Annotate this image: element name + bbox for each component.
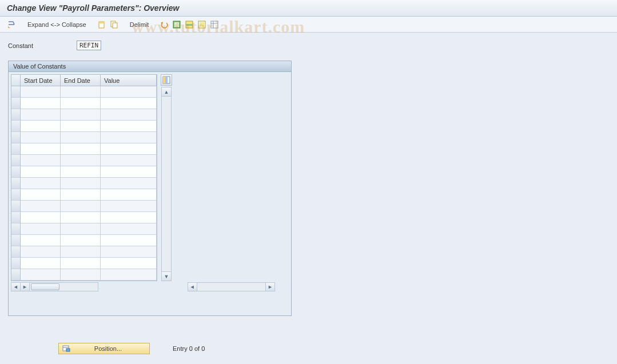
row-selector[interactable]: [11, 121, 21, 132]
cell-start-date[interactable]: [21, 178, 61, 189]
scroll-thumb[interactable]: [31, 283, 59, 290]
cell-start-date[interactable]: [21, 155, 61, 166]
table-row[interactable]: [11, 269, 157, 281]
cell-end-date[interactable]: [61, 143, 101, 155]
row-selector[interactable]: [11, 98, 21, 109]
table-row[interactable]: [11, 143, 157, 155]
cell-start-date[interactable]: [21, 201, 61, 212]
row-selector[interactable]: [11, 109, 21, 121]
cell-end-date[interactable]: [61, 132, 101, 143]
row-selector[interactable]: [11, 143, 21, 155]
cell-start-date[interactable]: [21, 98, 61, 109]
row-selector[interactable]: [11, 155, 21, 166]
row-selector[interactable]: [11, 132, 21, 143]
col-header-start-date[interactable]: Start Date: [21, 75, 61, 86]
scroll-left-icon[interactable]: ◄: [11, 283, 21, 291]
cell-value[interactable]: [101, 109, 157, 121]
cell-value[interactable]: [101, 235, 157, 246]
cell-start-date[interactable]: [21, 223, 61, 235]
table-row[interactable]: [11, 98, 157, 109]
cell-start-date[interactable]: [21, 132, 61, 143]
cell-end-date[interactable]: [61, 109, 101, 121]
cell-end-date[interactable]: [61, 166, 101, 178]
table-row[interactable]: [11, 86, 157, 98]
cell-value[interactable]: [101, 155, 157, 166]
table-row[interactable]: [11, 109, 157, 121]
scroll-right-inner-icon[interactable]: ►: [21, 283, 30, 291]
row-selector[interactable]: [11, 201, 21, 212]
table-row[interactable]: [11, 235, 157, 246]
copy-icon[interactable]: [109, 19, 120, 30]
cell-start-date[interactable]: [21, 121, 61, 132]
row-selector[interactable]: [11, 235, 21, 246]
scroll-right-icon[interactable]: ►: [265, 283, 274, 291]
row-selector[interactable]: [11, 269, 21, 281]
cell-value[interactable]: [101, 258, 157, 269]
cell-end-date[interactable]: [61, 98, 101, 109]
cell-end-date[interactable]: [61, 121, 101, 132]
table-row[interactable]: [11, 223, 157, 235]
cell-start-date[interactable]: [21, 143, 61, 155]
table-row[interactable]: [11, 132, 157, 143]
cell-end-date[interactable]: [61, 258, 101, 269]
cell-value[interactable]: [101, 86, 157, 98]
cell-value[interactable]: [101, 223, 157, 235]
cell-value[interactable]: [101, 246, 157, 258]
position-button[interactable]: Position...: [58, 343, 150, 354]
cell-end-date[interactable]: [61, 223, 101, 235]
cell-start-date[interactable]: [21, 86, 61, 98]
table-row[interactable]: [11, 155, 157, 166]
row-selector[interactable]: [11, 178, 21, 189]
delimit-button[interactable]: Delimit: [128, 19, 152, 30]
table-row[interactable]: [11, 189, 157, 201]
cell-value[interactable]: [101, 132, 157, 143]
cell-start-date[interactable]: [21, 258, 61, 269]
cell-value[interactable]: [101, 178, 157, 189]
row-selector[interactable]: [11, 166, 21, 178]
table-row[interactable]: [11, 166, 157, 178]
cell-value[interactable]: [101, 201, 157, 212]
cell-value[interactable]: [101, 166, 157, 178]
table-row[interactable]: [11, 246, 157, 258]
cell-start-date[interactable]: [21, 189, 61, 201]
select-block-icon[interactable]: [184, 19, 194, 30]
cell-end-date[interactable]: [61, 269, 101, 281]
other-view-icon[interactable]: [6, 19, 17, 30]
cell-value[interactable]: [101, 212, 157, 223]
cell-end-date[interactable]: [61, 201, 101, 212]
cell-start-date[interactable]: [21, 246, 61, 258]
table-row[interactable]: [11, 258, 157, 269]
scroll-up-icon[interactable]: ▲: [162, 87, 171, 97]
cell-value[interactable]: [101, 189, 157, 201]
cell-end-date[interactable]: [61, 86, 101, 98]
cell-value[interactable]: [101, 98, 157, 109]
row-selector[interactable]: [11, 246, 21, 258]
configure-columns-icon[interactable]: [161, 74, 172, 86]
cell-end-date[interactable]: [61, 212, 101, 223]
row-selector[interactable]: [11, 189, 21, 201]
cell-value[interactable]: [101, 143, 157, 155]
cell-end-date[interactable]: [61, 246, 101, 258]
row-selector[interactable]: [11, 258, 21, 269]
scroll-left-icon-2[interactable]: ◄: [188, 283, 197, 291]
table-row[interactable]: [11, 212, 157, 223]
table-row[interactable]: [11, 121, 157, 132]
scroll-down-icon[interactable]: ▼: [162, 271, 171, 281]
select-all-icon[interactable]: [172, 19, 182, 30]
row-selector[interactable]: [11, 223, 21, 235]
cell-value[interactable]: [101, 269, 157, 281]
cell-start-date[interactable]: [21, 212, 61, 223]
deselect-all-icon[interactable]: [197, 19, 207, 30]
row-selector-header[interactable]: [11, 75, 21, 86]
cell-start-date[interactable]: [21, 109, 61, 121]
table-row[interactable]: [11, 178, 157, 189]
expand-collapse-button[interactable]: Expand <-> Collapse: [25, 19, 89, 30]
col-header-value[interactable]: Value: [101, 75, 157, 86]
table-settings-icon[interactable]: [209, 19, 220, 30]
table-row[interactable]: [11, 201, 157, 212]
cell-value[interactable]: [101, 121, 157, 132]
vertical-scrollbar[interactable]: ▲ ▼: [161, 87, 172, 281]
new-entries-icon[interactable]: [97, 19, 107, 30]
cell-start-date[interactable]: [21, 166, 61, 178]
cell-end-date[interactable]: [61, 155, 101, 166]
